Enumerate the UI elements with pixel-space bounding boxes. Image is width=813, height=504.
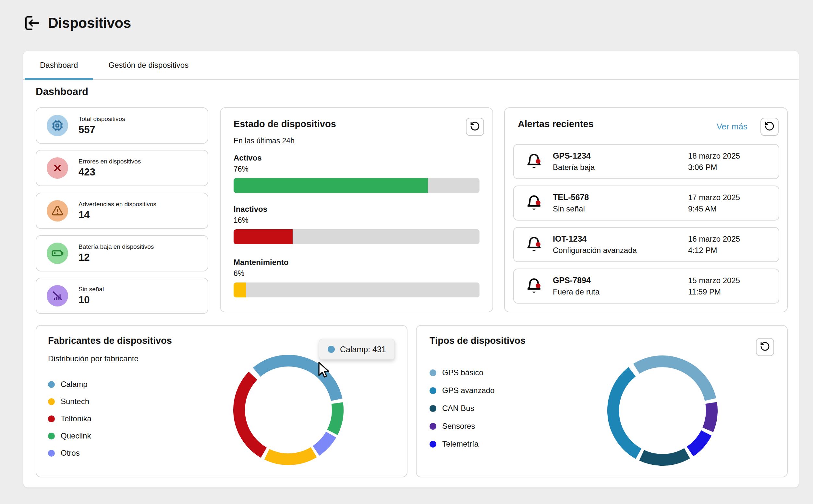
tab-dashboard[interactable]: Dashboard <box>25 51 93 79</box>
warning-triangle-icon <box>47 200 68 222</box>
stat-label: Total dispositivos <box>79 115 125 123</box>
back-exit-icon[interactable] <box>23 14 41 32</box>
tipos-refresh-button[interactable] <box>756 338 774 356</box>
alertas-card: Alertas recientes Ver más GPS-1234 Bater… <box>504 107 788 312</box>
legend-item: Calamp <box>48 379 91 390</box>
alertas-refresh-button[interactable] <box>760 118 779 136</box>
estado-refresh-button[interactable] <box>466 118 484 136</box>
legend-label: Otros <box>61 449 80 458</box>
alert-row[interactable]: TEL-5678 Sin señal 17 marzo 2025 9:45 AM <box>513 186 779 221</box>
stat-value: 423 <box>79 166 141 178</box>
chart-tooltip: Calamp: 431 <box>319 339 395 360</box>
donut-segment-teltonika <box>239 376 264 452</box>
tab-gestion-dispositivos[interactable]: Gestión de dispositivos <box>93 51 204 79</box>
fabricantes-title: Fabricantes de dispositivos <box>48 335 172 346</box>
bar-group-inactivos: Inactivos 16% <box>234 205 479 244</box>
alert-time: 4:12 PM <box>688 246 768 255</box>
stat-label: Advertencias en dispositivos <box>79 201 156 208</box>
error-x-icon <box>47 157 68 179</box>
tooltip-dot <box>328 346 335 353</box>
fabricantes-donut-chart[interactable] <box>227 348 350 472</box>
donut-segment-can-bus <box>642 453 687 460</box>
cpu-chip-icon <box>47 115 68 136</box>
legend-label: Telemetría <box>442 439 479 449</box>
bar-group-mantenimiento: Mantenimiento 6% <box>234 258 479 297</box>
legend-item: Suntech <box>48 396 91 407</box>
no-signal-icon <box>47 285 68 306</box>
tipos-title: Tipos de dispositivos <box>430 335 526 346</box>
stat-card-errores: Errores en dispositivos 423 <box>36 150 208 186</box>
alert-message: Fuera de ruta <box>553 287 678 296</box>
progress-fill-mantenimiento <box>234 282 246 297</box>
bell-alert-icon <box>525 276 543 296</box>
stat-card-sin-senal: Sin señal 10 <box>36 278 208 314</box>
page-header: Dispositivos <box>23 14 131 32</box>
alert-time: 11:59 PM <box>688 287 768 296</box>
donut-segment-gps-avanzado <box>613 372 638 454</box>
alert-time: 3:06 PM <box>688 163 768 172</box>
estado-title: Estado de dispositivos <box>234 119 336 129</box>
fabricantes-legend: Calamp Suntech Teltonika Queclink Otros <box>48 379 91 465</box>
refresh-icon <box>760 341 770 353</box>
estado-card: Estado de dispositivos En las últimas 24… <box>220 107 493 312</box>
bar-percent: 16% <box>234 216 479 225</box>
legend-dot <box>430 387 436 394</box>
alert-row[interactable]: GPS-1234 Batería baja 18 marzo 2025 3:06… <box>513 144 779 179</box>
battery-low-icon <box>47 243 68 264</box>
tipos-card: Tipos de dispositivos GPS básico GPS ava… <box>416 325 788 477</box>
alertas-title: Alertas recientes <box>518 119 594 129</box>
alert-row[interactable]: IOT-1234 Configuración avanzada 16 marzo… <box>513 227 779 262</box>
donut-segment-suntech <box>267 452 314 459</box>
bell-alert-icon <box>525 235 543 254</box>
stat-card-total: Total dispositivos 557 <box>36 107 208 144</box>
refresh-icon <box>470 121 480 133</box>
stat-value: 12 <box>79 252 154 263</box>
fabricantes-subtitle: Distribución por fabricante <box>48 354 139 363</box>
legend-item: Teltonika <box>48 413 91 424</box>
legend-dot <box>48 433 55 439</box>
legend-label: CAN Bus <box>442 404 474 413</box>
alert-device-id: TEL-5678 <box>553 193 678 202</box>
alert-message: Batería baja <box>553 163 678 172</box>
legend-dot <box>430 423 436 430</box>
main-panel: Dashboard Gestión de dispositivos Dashbo… <box>23 51 799 487</box>
donut-segment-otros <box>316 435 331 451</box>
page-title: Dispositivos <box>48 15 131 31</box>
legend-label: Suntech <box>61 397 89 406</box>
bar-label: Inactivos <box>234 205 479 214</box>
stat-label: Errores en dispositivos <box>79 158 141 165</box>
donut-segment-sensores <box>708 403 712 430</box>
refresh-icon <box>764 121 775 133</box>
bar-label: Activos <box>234 153 479 162</box>
stat-value: 14 <box>79 209 156 221</box>
legend-label: Sensores <box>442 422 475 431</box>
alert-time: 9:45 AM <box>688 204 768 213</box>
tab-bar: Dashboard Gestión de dispositivos <box>23 51 799 80</box>
alert-device-id: IOT-1234 <box>553 234 678 244</box>
progress-track <box>234 282 479 297</box>
alert-date: 15 marzo 2025 <box>688 276 768 285</box>
legend-dot <box>48 450 55 457</box>
ver-mas-link[interactable]: Ver más <box>717 122 747 132</box>
bell-alert-icon <box>525 193 543 213</box>
estado-subtitle: En las últimas 24h <box>234 137 295 145</box>
progress-fill-inactivos <box>234 229 293 244</box>
stat-card-bateria: Batería baja en dispositivos 12 <box>36 235 208 271</box>
progress-track <box>234 229 479 244</box>
bell-alert-icon <box>525 152 543 171</box>
mouse-cursor-icon <box>317 361 330 381</box>
legend-item: CAN Bus <box>430 403 494 414</box>
legend-item: GPS básico <box>430 367 494 378</box>
alert-row[interactable]: GPS-7894 Fuera de ruta 15 marzo 2025 11:… <box>513 269 779 304</box>
alert-message: Configuración avanzada <box>553 246 678 255</box>
legend-dot <box>48 415 55 422</box>
legend-label: Queclink <box>61 431 91 440</box>
legend-dot <box>48 381 55 388</box>
legend-label: GPS básico <box>442 368 483 377</box>
donut-segment-gps-básico <box>637 361 711 400</box>
alert-date: 17 marzo 2025 <box>688 193 768 202</box>
tipos-donut-chart[interactable] <box>601 349 724 472</box>
stat-label: Sin señal <box>79 286 104 293</box>
legend-dot <box>430 441 436 448</box>
stat-card-advertencias: Advertencias en dispositivos 14 <box>36 193 208 229</box>
